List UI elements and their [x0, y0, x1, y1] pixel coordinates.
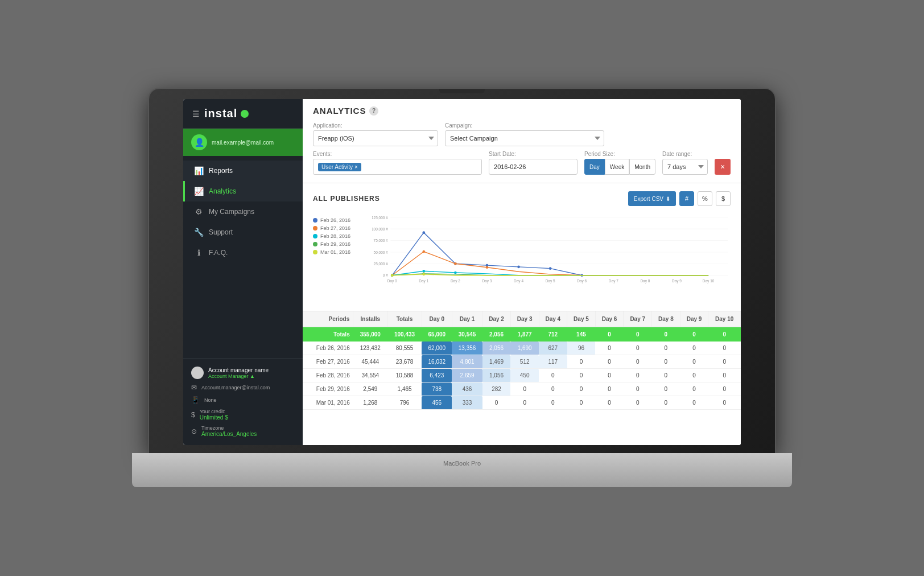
col-periods: Periods [303, 311, 353, 327]
period-month-button[interactable]: Month [629, 159, 655, 175]
logo-text: instal [204, 107, 237, 120]
table-cell: 80,555 [387, 342, 422, 355]
table-cell: Feb 27, 2016 [303, 355, 353, 369]
svg-text:100,000 #: 100,000 # [372, 227, 388, 231]
events-label: Events: [313, 151, 482, 157]
laptop-base [132, 453, 792, 487]
table-cell: 0 [708, 369, 741, 382]
table-cell: 117 [539, 355, 567, 369]
format-hash-button[interactable]: # [679, 191, 694, 206]
campaign-select[interactable]: Select Campaign [445, 130, 604, 146]
table-cell: 1,268 [353, 396, 387, 410]
table-cell: 1,469 [482, 355, 511, 369]
campaigns-icon: ⚙ [194, 207, 203, 216]
hamburger-icon[interactable]: ☰ [192, 109, 200, 118]
start-date-input[interactable] [489, 159, 578, 175]
table-row: Feb 26, 2016123,43280,55562,00013,3562,0… [303, 342, 741, 355]
svg-point-36 [454, 271, 457, 274]
table-cell: 62,000 [422, 342, 452, 355]
export-csv-button[interactable]: Export CSV ⬇ [628, 191, 676, 206]
period-buttons: Day Week Month [584, 159, 655, 175]
sidebar-item-faq[interactable]: ℹ F.A.Q. [183, 242, 303, 263]
table-cell: Mar 01, 2016 [303, 396, 353, 410]
table-cell: 0 [539, 382, 567, 396]
sidebar-logo: ☰ instal [183, 99, 303, 129]
account-manager-role: Account Manager ▲ [208, 373, 269, 379]
support-icon: 🔧 [194, 228, 203, 237]
table-row: Feb 27, 201645,44423,67816,0324,8011,469… [303, 355, 741, 369]
totals-row: Totals 355,000 100,433 65,000 30,545 2,0… [303, 327, 741, 342]
col-day10: Day 10 [708, 311, 741, 327]
legend-dot-0 [313, 218, 317, 223]
events-filter: Events: User Activity × [313, 151, 482, 175]
footer-email-row: ✉ Account.manager@instal.com [191, 381, 295, 394]
sidebar-item-reports[interactable]: 📊 Reports [183, 161, 303, 181]
format-dollar-button[interactable]: $ [716, 191, 731, 206]
sidebar-item-analytics[interactable]: 📈 Analytics [183, 181, 303, 201]
table-cell: 0 [595, 382, 624, 396]
table-cell: 0 [624, 342, 652, 355]
chart-header: ALL PUBLISHERS Export CSV ⬇ # % $ [313, 191, 731, 206]
sidebar-item-support[interactable]: 🔧 Support [183, 222, 303, 242]
table-cell: 0 [708, 382, 741, 396]
format-percent-button[interactable]: % [698, 191, 712, 206]
help-icon[interactable]: ? [369, 106, 378, 116]
campaigns-label: My Campaigns [209, 208, 254, 216]
svg-point-40 [422, 273, 425, 276]
svg-point-35 [422, 270, 425, 273]
svg-text:Day 3: Day 3 [482, 279, 492, 283]
date-range-select[interactable]: 7 days 14 days 30 days [662, 159, 708, 175]
col-day1: Day 1 [452, 311, 482, 327]
table-cell: Feb 28, 2016 [303, 369, 353, 382]
totals-day2: 2,056 [482, 327, 511, 342]
timezone-label: Timezone [201, 425, 257, 431]
table-cell: 45,444 [353, 355, 387, 369]
svg-point-27 [517, 266, 520, 269]
table-row: Mar 01, 20161,268796456333000000000 [303, 396, 741, 410]
totals-day4: 712 [539, 327, 567, 342]
sidebar-item-campaigns[interactable]: ⚙ My Campaigns [183, 201, 303, 222]
remove-tag-button[interactable]: × [354, 164, 358, 170]
date-range-filter: Date range: 7 days 14 days 30 days [662, 151, 708, 175]
svg-text:125,000 #: 125,000 # [372, 216, 388, 220]
data-table: Periods Installs Totals Day 0 Day 1 Day … [303, 311, 741, 410]
footer-account-row: Account manager name Account Manager ▲ [191, 364, 295, 381]
svg-text:25,000 #: 25,000 # [374, 262, 389, 266]
table-cell: 0 [652, 369, 680, 382]
credit-label: Your credit: [200, 409, 228, 414]
table-cell: 0 [680, 369, 708, 382]
legend-dot-1 [313, 226, 317, 231]
table-cell: 456 [422, 396, 452, 410]
legend-item-2: Feb 28, 2016 [313, 233, 364, 239]
legend-dot-3 [313, 242, 317, 246]
col-day3: Day 3 [510, 311, 539, 327]
table-cell: 0 [539, 369, 567, 382]
col-day2: Day 2 [482, 311, 511, 327]
application-select[interactable]: Freapp (iOS) [313, 130, 438, 146]
publishers-details-filter: x × [715, 151, 731, 175]
table-cell: 0 [595, 369, 624, 382]
period-week-button[interactable]: Week [605, 159, 629, 175]
analytics-icon: 📈 [194, 187, 203, 196]
table-cell: 4,801 [452, 355, 482, 369]
support-label: Support [209, 228, 233, 236]
filter-row-1: Application: Freapp (iOS) Campaign: Sele… [313, 122, 731, 146]
campaign-filter: Campaign: Select Campaign [445, 122, 604, 146]
table-cell: 0 [567, 369, 596, 382]
faq-icon: ℹ [194, 248, 203, 257]
table-cell: 0 [708, 355, 741, 369]
table-cell: 123,432 [353, 342, 387, 355]
period-day-button[interactable]: Day [584, 159, 605, 175]
svg-text:Day 2: Day 2 [451, 279, 460, 283]
col-day9: Day 9 [680, 311, 708, 327]
table-cell: Feb 26, 2016 [303, 342, 353, 355]
footer-phone-row: 📱 None [191, 394, 295, 406]
table-cell: 0 [680, 342, 708, 355]
clear-button[interactable]: × [715, 159, 731, 175]
date-range-label: Date range: [662, 151, 708, 157]
table-cell: 0 [624, 369, 652, 382]
download-icon: ⬇ [666, 196, 670, 202]
totals-installs: 355,000 [353, 327, 387, 342]
events-input[interactable]: User Activity × [313, 159, 482, 175]
phone-icon: 📱 [191, 396, 200, 404]
